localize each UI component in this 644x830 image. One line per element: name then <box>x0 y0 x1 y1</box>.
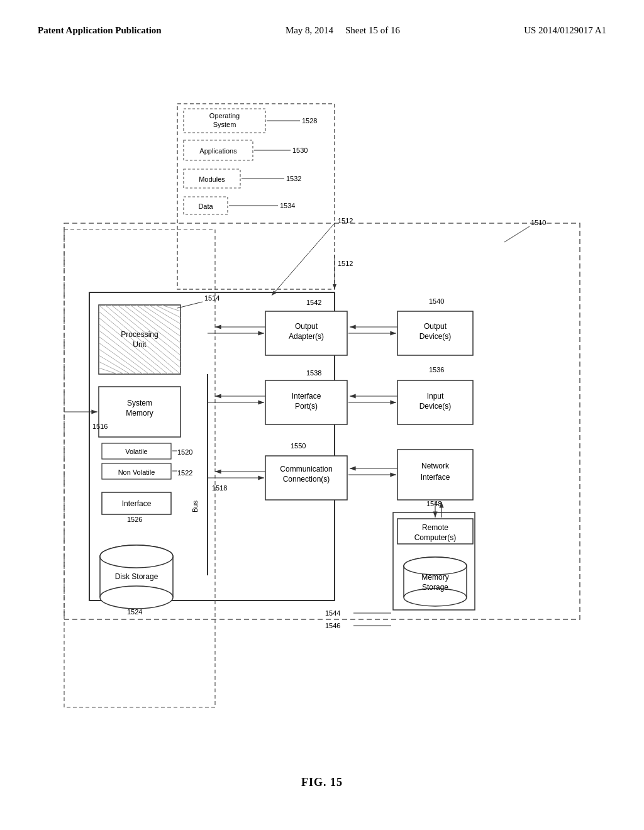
date-sheet-label: May 8, 2014 Sheet 15 of 16 <box>286 25 400 36</box>
page-header: Patent Application Publication May 8, 20… <box>0 25 644 36</box>
svg-text:Communication: Communication <box>280 465 332 473</box>
svg-text:1544: 1544 <box>325 609 340 617</box>
svg-text:1538: 1538 <box>306 369 321 377</box>
svg-text:Port(s): Port(s) <box>295 402 318 411</box>
svg-text:Connection(s): Connection(s) <box>283 475 330 484</box>
svg-text:1526: 1526 <box>127 516 142 523</box>
svg-text:1510: 1510 <box>531 219 546 226</box>
svg-text:System: System <box>213 121 236 128</box>
svg-text:Interface: Interface <box>421 473 450 482</box>
svg-text:Remote: Remote <box>422 523 448 532</box>
svg-text:1542: 1542 <box>306 299 321 306</box>
svg-text:1512: 1512 <box>338 217 353 224</box>
svg-text:Volatile: Volatile <box>125 448 147 455</box>
svg-line-25 <box>504 226 530 242</box>
svg-point-79 <box>100 586 173 609</box>
svg-text:1528: 1528 <box>302 117 317 124</box>
svg-text:1516: 1516 <box>92 423 108 430</box>
svg-text:Device(s): Device(s) <box>419 402 452 411</box>
svg-text:Memory: Memory <box>126 409 153 418</box>
svg-text:Data: Data <box>198 202 213 210</box>
svg-text:Non Volatile: Non Volatile <box>118 468 155 476</box>
svg-text:Interface: Interface <box>122 499 152 508</box>
svg-text:1536: 1536 <box>429 366 444 374</box>
svg-text:Applications: Applications <box>199 147 237 155</box>
svg-text:1530: 1530 <box>292 147 308 154</box>
svg-text:1518: 1518 <box>212 484 227 492</box>
svg-text:Bus: Bus <box>191 501 199 512</box>
svg-text:1540: 1540 <box>429 297 444 305</box>
svg-text:1524: 1524 <box>127 608 142 616</box>
svg-text:Memory: Memory <box>421 573 448 582</box>
svg-text:1520: 1520 <box>177 448 192 456</box>
date-label: May 8, 2014 <box>286 25 333 35</box>
svg-text:Operating: Operating <box>209 112 240 119</box>
svg-text:Processing: Processing <box>121 330 158 339</box>
svg-line-53 <box>177 302 203 308</box>
svg-text:Input: Input <box>427 392 444 401</box>
svg-text:1512: 1512 <box>338 260 353 267</box>
svg-text:1548: 1548 <box>426 500 441 507</box>
publication-label: Patent Application Publication <box>38 25 162 36</box>
svg-line-139 <box>272 223 335 296</box>
svg-text:Network: Network <box>421 462 450 470</box>
svg-text:Computer(s): Computer(s) <box>414 533 457 542</box>
svg-text:1550: 1550 <box>291 442 306 450</box>
svg-text:Output: Output <box>424 322 447 331</box>
svg-text:1534: 1534 <box>280 202 295 209</box>
svg-line-48 <box>99 355 130 374</box>
svg-text:Modules: Modules <box>199 175 225 183</box>
svg-point-130 <box>404 557 467 575</box>
sheet-label: Sheet 15 of 16 <box>345 25 400 35</box>
svg-line-50 <box>99 368 118 374</box>
svg-point-80 <box>100 545 173 568</box>
patent-diagram: Operating System 1528 Applications 1530 … <box>52 82 592 742</box>
svg-text:1532: 1532 <box>286 175 301 182</box>
svg-text:Unit: Unit <box>133 340 147 349</box>
svg-text:1514: 1514 <box>204 294 219 302</box>
svg-line-37 <box>143 305 180 330</box>
diagram-container: Operating System 1528 Applications 1530 … <box>52 82 592 742</box>
svg-text:Disk Storage: Disk Storage <box>115 572 158 581</box>
figure-label: FIG. 15 <box>301 776 343 789</box>
svg-text:Interface: Interface <box>292 392 321 401</box>
svg-text:Storage: Storage <box>422 583 448 592</box>
svg-text:Output: Output <box>295 322 318 331</box>
svg-rect-4 <box>177 104 335 289</box>
patent-number-label: US 2014/0129017 A1 <box>524 25 606 36</box>
svg-text:1522: 1522 <box>177 469 192 477</box>
svg-text:1546: 1546 <box>325 622 340 629</box>
svg-line-47 <box>99 349 136 374</box>
svg-line-38 <box>149 305 180 324</box>
svg-text:Adapter(s): Adapter(s) <box>289 332 324 341</box>
svg-text:Device(s): Device(s) <box>419 332 452 341</box>
svg-text:System: System <box>127 399 152 407</box>
